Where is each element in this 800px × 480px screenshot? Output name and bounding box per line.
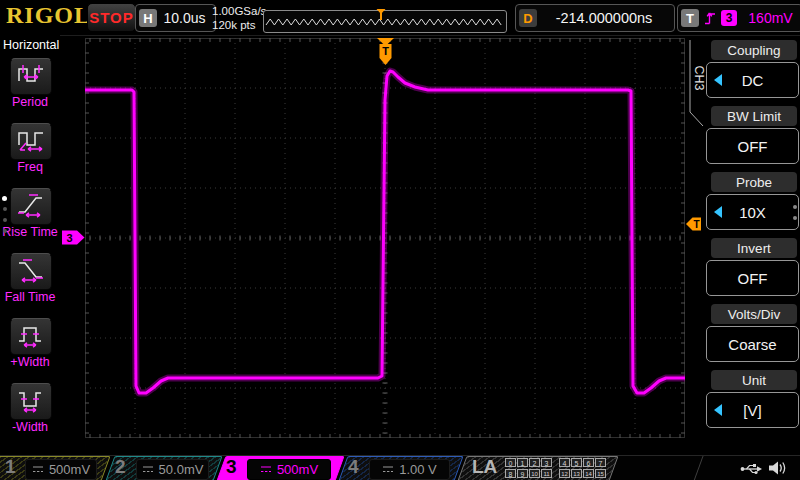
- la-digit-box: 15: [595, 469, 606, 478]
- channel-settings-menu: Coupling DC BW Limit OFF Probe 10X Inver…: [703, 35, 800, 455]
- menu-page-dot: [2, 196, 7, 201]
- bw-limit-value: OFF: [738, 138, 768, 155]
- left-arrow-icon: [714, 206, 722, 218]
- softkey-volts-div[interactable]: Volts/Div Coarse: [703, 304, 800, 366]
- la-digit-box: 6: [583, 458, 594, 467]
- la-digit-box: 5: [571, 458, 582, 467]
- graticule: [85, 38, 685, 438]
- channel-2-tab[interactable]: 2 50.0mV: [110, 456, 218, 480]
- trigger-source-badge: 3: [721, 10, 737, 26]
- la-digit-row: 01234567: [505, 458, 607, 467]
- channel-1-tab[interactable]: 1 500mV: [0, 456, 106, 480]
- la-digit-box: 7: [595, 458, 606, 467]
- channel-tab-outline: [690, 40, 703, 126]
- plus-width-icon: [10, 318, 52, 355]
- left-arrow-icon: [714, 404, 722, 416]
- fall-time-icon: [10, 253, 52, 290]
- top-status-bar: RIGOL STOP H 10.0us 1.00GSa/s 120k pts D…: [0, 0, 800, 36]
- la-digit-box: 12: [559, 469, 570, 478]
- menu-page-dot: [793, 216, 797, 220]
- waveform-trace-glow: [85, 71, 685, 393]
- volts-div-value: Coarse: [728, 336, 776, 353]
- channel-3-ground-marker[interactable]: 3: [62, 231, 85, 245]
- la-digit-row: 89101112131415: [505, 469, 607, 478]
- trigger-level-value: 160mV: [742, 10, 799, 26]
- trigger-box[interactable]: T 3 160mV: [677, 4, 800, 32]
- dc-coupling-icon: [142, 465, 154, 474]
- la-digit-box: 3: [541, 458, 552, 467]
- la-digit-box: 1: [517, 458, 528, 467]
- trigger-position-marker[interactable]: T: [377, 38, 394, 65]
- svg-text:T: T: [693, 219, 699, 230]
- unit-value: [V]: [743, 402, 761, 419]
- la-digit-box: 4: [559, 458, 570, 467]
- softkey-coupling[interactable]: Coupling DC: [703, 40, 800, 102]
- softkey-bw-limit[interactable]: BW Limit OFF: [703, 106, 800, 168]
- dc-coupling-icon: [260, 465, 272, 474]
- svg-text:3: 3: [66, 232, 72, 244]
- la-label: LA: [472, 456, 497, 478]
- channel-status-bar: 1 500mV 2 50.0mV 3: [0, 455, 800, 480]
- memory-depth: 120k pts: [212, 19, 266, 33]
- menu-page-dot: [793, 205, 797, 209]
- delay-value: -214.000000ns: [537, 10, 671, 26]
- left-arrow-icon: [714, 74, 722, 86]
- channel-scale: 500mV: [49, 462, 90, 477]
- sample-rate: 1.00GSa/s: [212, 5, 266, 19]
- rise-time-icon: [10, 188, 52, 225]
- divider: [693, 456, 703, 480]
- softkey-probe[interactable]: Probe 10X: [703, 172, 800, 234]
- coupling-value: DC: [742, 72, 764, 89]
- dc-coupling-icon: [32, 465, 44, 474]
- rigol-logo: RIGOL: [6, 2, 91, 29]
- channel-number: 3: [226, 456, 237, 478]
- waveform-display: T T 3 CH3: [0, 0, 800, 480]
- acquisition-info: 1.00GSa/s 120k pts: [212, 5, 266, 32]
- trigger-badge: T: [681, 9, 699, 27]
- timebase-value: 10.0us: [157, 10, 212, 26]
- horizontal-badge: H: [139, 9, 157, 27]
- channel-scale: 500mV: [277, 462, 318, 477]
- svg-text:T: T: [382, 45, 389, 57]
- left-menu-title: Horizontal: [3, 38, 59, 52]
- preview-trigger-marker: [376, 9, 386, 21]
- logic-analyzer-tab[interactable]: LA 01234567 89101112131415: [462, 456, 614, 480]
- la-digit-box: 10: [529, 469, 540, 478]
- speaker-icon: [767, 459, 787, 477]
- channel-number: 4: [348, 456, 359, 478]
- la-digit-box: 8: [505, 469, 516, 478]
- la-digit-box: 11: [541, 469, 552, 478]
- delay-badge: D: [519, 9, 537, 27]
- channel-4-tab[interactable]: 4 1.00 V: [343, 456, 459, 480]
- channel-scale: 50.0mV: [159, 462, 204, 477]
- freq-icon: [10, 123, 52, 160]
- la-digit-box: 9: [517, 469, 528, 478]
- channel-3-tab[interactable]: 3 500mV: [221, 456, 340, 480]
- minus-width-icon: [10, 383, 52, 420]
- dc-coupling-icon: [382, 465, 394, 474]
- la-digit-box: 2: [529, 458, 540, 467]
- waveform-trace: [85, 71, 685, 393]
- menu-page-dot: [3, 218, 7, 222]
- invert-value: OFF: [738, 270, 768, 287]
- la-digit-box: 0: [505, 458, 516, 467]
- menu-page-dot: [3, 207, 7, 211]
- oscilloscope-screen: T T 3 CH3 RIGOL STOP H 10.0us 1.00GSa/s …: [0, 0, 800, 480]
- softkey-unit[interactable]: Unit [V]: [703, 370, 800, 432]
- channel-scale: 1.00 V: [399, 462, 437, 477]
- channel-number: 2: [115, 456, 126, 478]
- channel-number: 1: [5, 456, 16, 478]
- trigger-level-marker[interactable]: T: [686, 218, 701, 231]
- rising-edge-icon: [704, 11, 716, 26]
- probe-value: 10X: [739, 204, 766, 221]
- waveform-preview-strip[interactable]: [263, 10, 507, 33]
- la-digit-box: 14: [583, 469, 594, 478]
- period-icon: [10, 58, 52, 95]
- la-digit-box: 13: [571, 469, 582, 478]
- menu-page-dot: [3, 229, 7, 233]
- run-state-indicator[interactable]: STOP: [87, 3, 136, 32]
- delay-box[interactable]: D -214.000000ns: [515, 4, 675, 32]
- horizontal-timebase-box[interactable]: H 10.0us: [135, 4, 216, 32]
- softkey-invert[interactable]: Invert OFF: [703, 238, 800, 300]
- usb-icon: [740, 461, 763, 477]
